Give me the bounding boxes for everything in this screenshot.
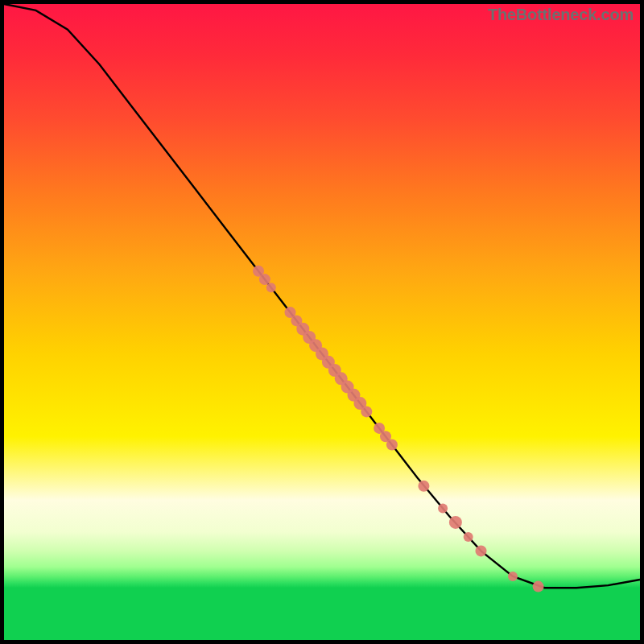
data-marker xyxy=(449,516,462,529)
data-marker xyxy=(438,504,448,514)
chart-svg xyxy=(4,4,640,640)
data-marker xyxy=(476,545,487,556)
watermark-text: TheBottleneck.com xyxy=(488,6,634,24)
data-marker xyxy=(266,283,276,292)
data-marker xyxy=(361,406,372,417)
data-markers xyxy=(253,266,544,592)
data-marker xyxy=(533,581,544,592)
data-marker xyxy=(259,274,270,285)
chart-container: TheBottleneck.com xyxy=(4,4,640,640)
data-marker xyxy=(386,440,398,451)
data-marker xyxy=(464,532,473,542)
bottleneck-curve xyxy=(4,4,640,588)
data-marker xyxy=(508,572,518,581)
data-marker xyxy=(418,481,429,492)
